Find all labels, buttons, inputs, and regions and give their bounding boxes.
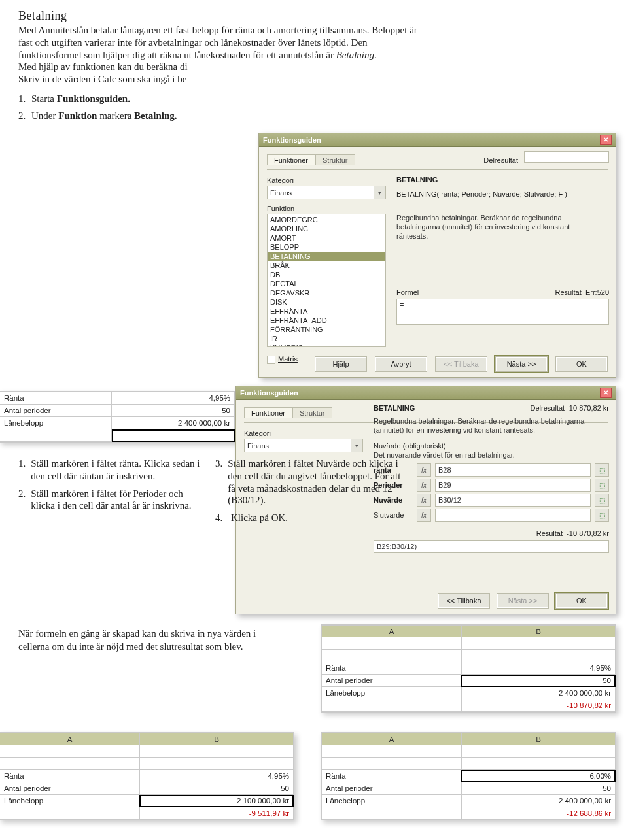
formula-input-2[interactable]: B29;B30/12) [374,540,609,553]
col-header: A [322,626,462,637]
param-input-ranta[interactable]: B28 [435,463,591,477]
param-input-slutvarde[interactable] [435,509,591,522]
mid-instructions: 1.Ställ markören i fältet ränta. Klicka … [18,458,406,529]
cell-active[interactable] [112,429,235,442]
cell-result: -12 688,86 kr [461,807,615,820]
tab-struktur[interactable]: Struktur [292,407,332,418]
function-description: Regelbundna betalningar. Beräknar de reg… [396,214,599,241]
cell-picker-icon[interactable]: ⬚ [595,509,609,522]
function-name-heading: BETALNING [396,176,609,184]
step2-bold2: Betalning. [134,110,177,121]
function-wizard-dialog-1: Funktionsguiden ✕ Funktioner Struktur Ka… [258,133,616,378]
list-item[interactable]: AMORLINC [268,224,385,233]
col-header: B [461,626,615,637]
list-item[interactable]: IR [268,334,385,343]
list-item[interactable]: FÖRRÄNTNING [268,325,385,334]
cell-result: -10 870,82 kr [461,699,615,712]
cell-label: Ränta [322,662,462,675]
list-item[interactable]: EFFRÄNTA [268,307,385,316]
cell-value: 50 [139,782,293,795]
dialog2-title: Funktionsguiden [240,389,298,397]
cell-value: 4,95% [461,662,615,675]
mid-step-3: Ställ markören i fältet Nuvärde och klic… [228,458,406,507]
list-item[interactable]: DB [268,270,385,279]
cell-value: 4,95% [139,770,293,782]
list-item[interactable]: BELOPP [268,243,385,252]
cell-picker-icon[interactable]: ⬚ [595,479,609,492]
chevron-down-icon[interactable]: ▾ [351,439,362,452]
intro-p2b: Skriv in de värden i Calc som ska ingå i… [18,74,186,84]
fx-icon[interactable]: fx [417,509,431,522]
list-item[interactable]: AMORDEGRC [268,215,385,224]
param-row-ranta: ränta fx B28 ⬚ [374,463,609,477]
kategori-dropdown[interactable]: Finans ▾ [267,186,386,199]
close-icon[interactable]: ✕ [600,135,612,145]
cell-picker-icon[interactable]: ⬚ [595,494,609,507]
param-row-nuvarde: Nuvärde fx B30/12 ⬚ [374,494,609,507]
cancel-button[interactable]: Avbryt [375,356,427,372]
step2-mid: markera [97,110,134,121]
nuvarde-opt-label: Nuvärde (obligatoriskt) [374,442,609,450]
param-row-perioder: Perioder fx B29 ⬚ [374,479,609,492]
cell-value[interactable]: 50 [461,675,615,687]
page-title: Betalning [18,9,610,23]
cell-value[interactable]: 6,00% [461,770,615,782]
cell-result: -9 511,97 kr [139,807,293,820]
spreadsheet-snippet-bottom-left: AB Ränta4,95% Antal perioder50 Lånebelop… [0,732,294,820]
tab-funktioner[interactable]: Funktioner [267,154,315,165]
param-input-nuvarde[interactable]: B30/12 [435,494,591,507]
cell-label: Antal perioder [322,675,462,687]
back-button: << Tillbaka [435,356,487,372]
step1-pre: Starta [31,93,57,104]
resultat-label: Resultat [555,288,581,296]
step1-bold: Funktionsguiden. [57,93,130,104]
ok-button[interactable]: OK [555,356,608,372]
close-icon[interactable]: ✕ [600,388,612,398]
param-input-perioder[interactable]: B29 [435,479,591,492]
cell-picker-icon[interactable]: ⬚ [595,463,609,477]
dialog2-titlebar: Funktionsguiden ✕ [236,386,616,400]
list-item-selected[interactable]: BETALNING [268,252,385,261]
resultat-value: Err:520 [585,288,609,296]
list-item[interactable]: AMORT [268,233,385,243]
cell-label: Antal perioder [0,782,139,795]
ok-button[interactable]: OK [555,593,608,609]
fx-icon[interactable]: fx [417,479,431,492]
next-button[interactable]: Nästa >> [495,356,548,372]
list-item[interactable]: DEGAVSKR [268,288,385,297]
next-button: Nästa >> [497,593,549,609]
kategori-value: Finans [268,189,374,197]
cell-value: 4,95% [112,392,235,405]
fx-icon[interactable]: fx [417,494,431,507]
cell-value: 50 [461,782,615,795]
formula-input[interactable]: = [396,299,609,325]
fx-icon[interactable]: fx [417,463,431,477]
list-item[interactable]: KUMPRIS [268,343,385,347]
list-item[interactable]: EFFRÄNTA_ADD [268,316,385,325]
back-button[interactable]: << Tillbaka [438,593,490,609]
kategori-value: Finans [245,442,351,450]
list-item[interactable]: BRÅK [268,261,385,270]
delresultat-field [524,151,609,163]
kategori-dropdown[interactable]: Finans ▾ [244,439,363,452]
spreadsheet-snippet-mid: AB Ränta4,95% Antal perioder50 Lånebelop… [321,624,616,713]
mid-step-4: Klicka på OK. [231,512,288,524]
step-1: 1.Starta Funktionsguiden. [18,93,610,105]
tab-struktur[interactable]: Struktur [315,154,355,165]
list-item[interactable]: DISK [268,297,385,307]
list-item[interactable]: DECTAL [268,279,385,288]
help-button[interactable]: Hjälp [315,356,367,372]
delresultat-label: Delresultat [531,404,565,412]
tab-funktioner[interactable]: Funktioner [244,407,292,418]
param-row-slutvarde: Slutvärde fx ⬚ [374,509,609,522]
cell-label: Lånebelopp [322,687,462,699]
step-2: 2.Under Funktion markera Betalning. [18,110,610,122]
function-listbox[interactable]: AMORDEGRC AMORLINC AMORT BELOPP BETALNIN… [267,214,386,347]
cell-label: Lånebelopp [0,417,112,429]
cell-label: Lånebelopp [322,795,462,807]
col-header: B [139,733,293,745]
cell-value[interactable]: 2 100 000,00 kr [139,795,293,807]
intro-italic: Betalning [336,50,374,60]
chevron-down-icon[interactable]: ▾ [374,186,385,199]
cell-label: Ränta [0,392,112,405]
